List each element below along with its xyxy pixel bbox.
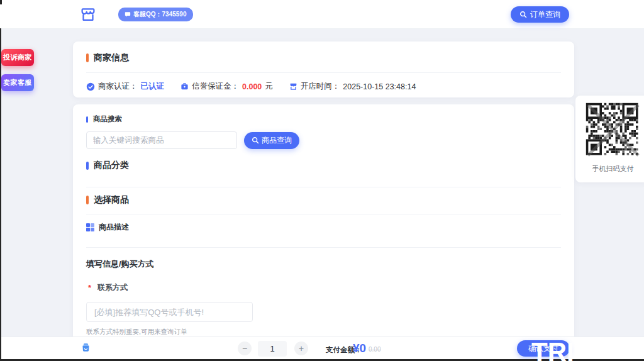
- contact-input[interactable]: [86, 302, 253, 322]
- payment-qr-code: [584, 101, 642, 159]
- merchant-info-header: 商家信息: [86, 42, 561, 64]
- deposit-value: 0.000: [242, 82, 262, 91]
- chat-icon: [125, 11, 131, 18]
- open-time-label: 开店时间：: [301, 81, 340, 92]
- briefcase-icon: [180, 82, 189, 91]
- contact-field-header: * 联系方式: [86, 282, 561, 293]
- section-marker: [86, 116, 88, 123]
- search-icon: [519, 11, 527, 18]
- merchant-cert: 商家认证： 已认证: [86, 81, 164, 92]
- product-search-row: 商品查询: [86, 131, 561, 149]
- product-description-title: 商品描述: [99, 222, 129, 233]
- order-query-button[interactable]: 订单查询: [511, 6, 569, 23]
- store-logo-icon: [78, 5, 98, 24]
- contact-hint: 联系方式特别重要,可用来查询订单: [86, 328, 561, 336]
- confirm-pay-button[interactable]: 确认支付: [517, 340, 570, 357]
- qq-service-badge[interactable]: 客服QQ：7345590: [118, 8, 193, 21]
- shopping-bag-icon: [80, 342, 91, 353]
- amount-value: ¥0: [353, 342, 366, 355]
- header: 客服QQ：7345590 订单查询: [0, 0, 644, 29]
- required-mark: *: [86, 283, 91, 292]
- deposit-unit: 元: [265, 81, 273, 92]
- contact-label: 联系方式: [97, 282, 128, 293]
- grid-icon: [86, 223, 94, 231]
- select-product-header: 选择商品: [86, 194, 561, 206]
- shop-icon: [289, 82, 297, 91]
- merchant-info-card: 商家信息 商家认证： 已认证 信誉保证金： 0.000元 开店时间： 2025-…: [73, 42, 574, 97]
- qr-caption: 手机扫码支付: [575, 164, 644, 174]
- product-search-title: 商品搜索: [93, 114, 122, 124]
- section-marker: [86, 196, 89, 204]
- category-title: 商品分类: [94, 160, 129, 171]
- amount-original: 0.00: [369, 346, 380, 353]
- divider: [86, 214, 561, 214]
- quantity-input[interactable]: [258, 341, 287, 357]
- product-search-button-label: 商品查询: [262, 135, 292, 146]
- select-product-title: 选择商品: [94, 194, 129, 206]
- merchant-info-title: 商家信息: [94, 52, 129, 64]
- qr-payment-card: 手机扫码支付: [575, 96, 644, 182]
- quantity-increase-button[interactable]: +: [294, 342, 308, 355]
- section-marker: [86, 53, 89, 62]
- product-search-button[interactable]: 商品查询: [244, 132, 299, 149]
- shop-main-card: 商品搜索 商品查询 商品分类 选择商品 商品描述 填写: [73, 104, 574, 345]
- section-marker: [86, 162, 89, 170]
- order-query-label: 订单查询: [530, 9, 560, 20]
- complain-merchant-label: 投诉商家: [3, 53, 32, 62]
- screen-edge-left: [0, 28, 1, 361]
- open-time-value: 2025-10-15 23:48:14: [343, 82, 416, 91]
- cert-label: 商家认证：: [98, 81, 138, 92]
- product-description-header: 商品描述: [86, 222, 561, 233]
- seller-service-button[interactable]: 卖家客服: [1, 74, 34, 91]
- deposit-label: 信誉保证金：: [192, 81, 239, 92]
- complain-merchant-button[interactable]: 投诉商家: [1, 49, 34, 66]
- divider: [86, 247, 561, 248]
- merchant-open-time: 开店时间： 2025-10-15 23:48:14: [289, 81, 416, 92]
- order-form-title: 填写信息/购买方式: [86, 258, 561, 270]
- search-icon: [252, 136, 259, 144]
- divider: [86, 187, 561, 187]
- quantity-decrease-button[interactable]: −: [238, 342, 252, 355]
- category-header: 商品分类: [86, 160, 561, 171]
- screen-edge-notch: [0, 0, 2, 4]
- cert-value: 已认证: [141, 81, 165, 92]
- qq-badge-label: 客服QQ：7345590: [133, 10, 187, 19]
- bottom-pay-bar: − + 支付金额： ¥0 0.00 确认支付: [0, 336, 644, 359]
- product-search-header: 商品搜索: [86, 104, 561, 124]
- merchant-info-row: 商家认证： 已认证 信誉保证金： 0.000元 开店时间： 2025-10-15…: [86, 81, 561, 92]
- seller-service-label: 卖家客服: [3, 78, 32, 87]
- page: 客服QQ：7345590 订单查询 投诉商家 卖家客服 商家信息 商家认证： 已…: [0, 0, 644, 361]
- product-search-input[interactable]: [86, 131, 237, 149]
- divider: [86, 72, 561, 73]
- merchant-deposit: 信誉保证金： 0.000元: [180, 81, 273, 92]
- verified-badge-icon: [86, 82, 95, 91]
